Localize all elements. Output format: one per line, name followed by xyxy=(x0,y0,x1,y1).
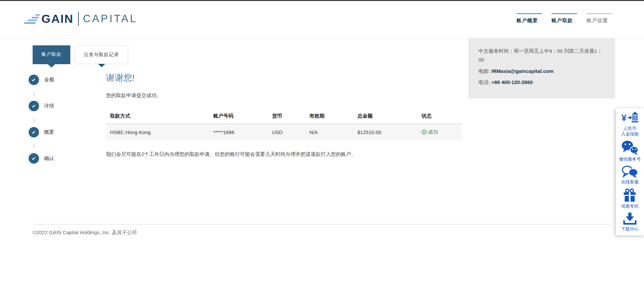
cell-amount: $12510.00 xyxy=(353,124,417,141)
nav-account-settings[interactable]: 账户设置 xyxy=(586,13,612,24)
top-navigation: 账户概要 账户取款 账户设置 xyxy=(516,13,612,24)
col-currency: 货币 xyxy=(268,110,305,124)
widget-wechat-service[interactable]: 微信服务号 xyxy=(619,140,641,162)
col-status: 状态 xyxy=(418,110,462,124)
widget-online-service[interactable]: 在线客服 xyxy=(621,165,639,185)
cell-status: 成功 xyxy=(418,124,462,141)
email-row: 电邮: IRMasia@gaincapital.com xyxy=(478,68,605,75)
check-circle-icon: ✔ xyxy=(29,153,39,164)
email-label: 电邮: xyxy=(478,68,490,74)
step-confirm: ✔ 确认 xyxy=(29,153,54,164)
success-message: 您的取款申请提交成功。 xyxy=(106,92,462,99)
header: GAIN CAPITAL 账户概要 账户取款 账户设置 xyxy=(0,1,644,38)
chat-bubbles-icon xyxy=(621,165,638,178)
nav-account-withdrawal[interactable]: 账户取款 xyxy=(551,13,577,24)
check-circle-icon: ✔ xyxy=(29,127,39,137)
main-content: 谢谢您! 您的取款申请提交成功。 取款方式 账户号码 货币 有效期 总金额 状态… xyxy=(106,72,462,163)
logo-bars-icon xyxy=(24,14,40,24)
col-expiry: 有效期 xyxy=(305,110,353,124)
col-account: 账户号码 xyxy=(209,110,268,124)
down-arrow-icon: ↓ xyxy=(29,89,39,96)
svg-text:¥: ¥ xyxy=(621,113,627,123)
table-header-row: 取款方式 账户号码 货币 有效期 总金额 状态 xyxy=(106,110,462,124)
col-method: 取款方式 xyxy=(106,110,209,124)
tab-funding-withdrawal-history[interactable]: 注资与取款记录 xyxy=(75,45,128,64)
col-amount: 总金额 xyxy=(353,110,417,124)
wechat-icon xyxy=(621,140,639,156)
status-badge: 成功 xyxy=(422,129,458,135)
down-arrow-icon: ↓ xyxy=(29,116,39,123)
service-hours: 中文服务时间：周一至周五上午9：00 到第二天凌晨1：00 xyxy=(478,47,605,64)
cell-method: HSBC Hong Kong xyxy=(106,124,209,141)
table-row: HSBC Hong Kong *****1888 USD N/A $12510.… xyxy=(106,124,462,141)
footer-divider xyxy=(33,224,611,224)
logo-text-capital: CAPITAL xyxy=(83,13,138,25)
copyright-text: ©2022 GAIN Capital Holdings, Inc. 及其子公司 xyxy=(33,229,137,236)
status-text: 成功 xyxy=(428,129,438,135)
step-amount: ✔ 金额 xyxy=(29,75,54,85)
phone-label: 电话: xyxy=(478,79,490,85)
floating-service-widget: ¥ 人民币 入金指南 微信服务号 在线客服 xyxy=(616,108,644,236)
page-title: 谢谢您! xyxy=(106,72,462,84)
withdrawal-table: 取款方式 账户号码 货币 有效期 总金额 状态 HSBC Hong Kong *… xyxy=(106,110,462,140)
check-circle-icon: ✔ xyxy=(29,101,39,111)
step-details: ✔ 详情 xyxy=(29,101,54,111)
gift-icon xyxy=(622,188,638,203)
success-check-icon xyxy=(422,130,427,135)
widget-download-center[interactable]: 下载中心 xyxy=(621,212,639,232)
phone-row: 电话: +86 400-120-2860 xyxy=(478,79,605,86)
withdrawal-tabs: 账户取款 注资与取款记录 xyxy=(33,45,128,64)
email-value[interactable]: IRMasia@gaincapital.com xyxy=(491,68,553,74)
contact-info-panel: 中文服务时间：周一至周五上午9：00 到第二天凌晨1：00 电邮: IRMasi… xyxy=(468,38,615,98)
cell-expiry: N/A xyxy=(305,124,353,141)
gain-capital-logo[interactable]: GAIN CAPITAL xyxy=(26,12,137,26)
down-arrow-icon: ↓ xyxy=(29,142,39,149)
nav-account-overview[interactable]: 账户概要 xyxy=(516,13,542,24)
processing-note: 我们会尽可能在2个工作日内办理您的取款申请。但您的银行可能会需要几天时间办理并把… xyxy=(106,151,462,158)
phone-value: +86 400-120-2860 xyxy=(491,79,533,85)
download-icon xyxy=(622,212,638,225)
step-summary: ✔ 概要 xyxy=(29,127,54,137)
logo-separator xyxy=(78,12,79,26)
check-circle-icon: ✔ xyxy=(29,75,39,85)
widget-promotions[interactable]: 优惠专区 xyxy=(621,188,639,209)
cell-currency: USD xyxy=(268,124,305,141)
logo-text-gain: GAIN xyxy=(41,12,74,26)
rmb-to-bank-icon: ¥ xyxy=(621,111,638,125)
withdrawal-stepper: ✔ 金额 ↓ ✔ 详情 ↓ ✔ 概要 ↓ ✔ 确认 xyxy=(29,75,54,164)
cell-account: *****1888 xyxy=(209,124,268,141)
tab-account-withdrawal[interactable]: 账户取款 xyxy=(33,45,70,64)
widget-rmb-deposit-guide[interactable]: ¥ 人民币 入金指南 xyxy=(621,111,639,137)
